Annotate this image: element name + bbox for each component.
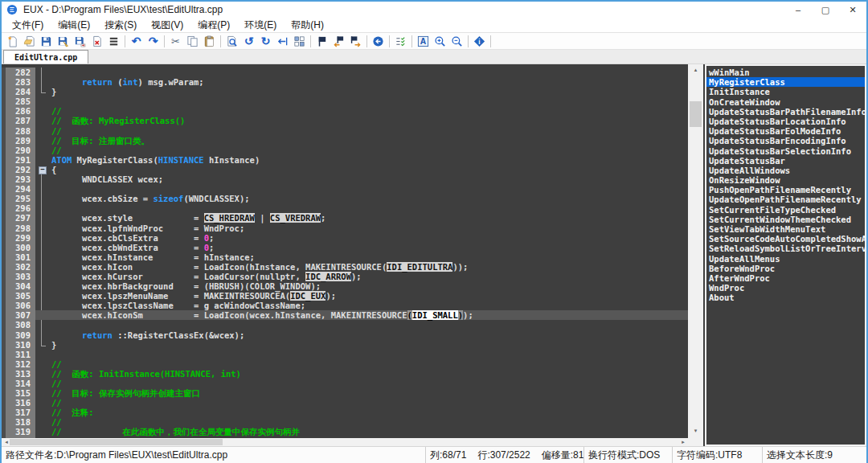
code-line[interactable]: 292{ [2, 165, 688, 174]
close-file-button[interactable] [88, 33, 105, 49]
zoom-out-button[interactable] [448, 33, 465, 49]
code-line[interactable]: 304 wcex.hbrBackground = (HBRUSH)(COLOR_… [2, 281, 688, 291]
code-line[interactable]: 286// [2, 106, 688, 116]
zoom-in-button[interactable] [432, 33, 448, 49]
code-line[interactable]: 311 [2, 350, 688, 359]
horizontal-scroll-thumb[interactable] [10, 439, 223, 445]
file-list-button[interactable] [105, 33, 122, 49]
function-list-item[interactable]: OnCreateWindow [706, 97, 865, 107]
function-list-item[interactable]: PushOpenPathFilenameRecently [706, 185, 865, 195]
menu-environment[interactable]: 环境(E) [237, 18, 284, 32]
code-line[interactable]: 319// 在此函数中，我们在全局变量中保存实例句柄并 [2, 427, 688, 436]
cut-button[interactable]: ✂ [167, 33, 184, 49]
menu-help[interactable]: 帮助(H) [284, 18, 331, 32]
code-line[interactable]: 294 [2, 184, 688, 194]
save-all-button[interactable] [72, 33, 88, 49]
function-list-item[interactable]: About [706, 293, 865, 302]
code-line[interactable]: 287// 函数: MyRegisterClass() [2, 116, 688, 125]
function-list-item[interactable]: UpdateAllMenus [706, 254, 865, 264]
replace-button[interactable] [291, 33, 308, 49]
code-line[interactable]: 289// 目标: 注册窗口类。 [2, 136, 688, 145]
code-line[interactable]: 285 [2, 96, 688, 106]
code-line[interactable]: 302 wcex.hIcon = LoadIcon(hInstance, MAK… [2, 262, 688, 272]
code-line[interactable]: 293 WNDCLASSEX wcex; [2, 174, 688, 184]
code-line[interactable]: 297 wcex.style = CS_HREDRAW | CS_VREDRAW… [2, 213, 688, 223]
view-line-endings-button[interactable] [392, 33, 409, 49]
syntax-highlighting-button[interactable]: A [415, 33, 432, 49]
function-list-item[interactable]: InitInstance [706, 87, 865, 96]
function-list-item[interactable]: SetCurrentFileTypeChecked [706, 205, 865, 215]
paste-button[interactable] [201, 33, 218, 49]
scroll-up-arrow[interactable]: ▴ [688, 64, 703, 76]
code-line[interactable]: 290// [2, 145, 688, 155]
bookmark-next-button[interactable] [347, 33, 364, 49]
code-line[interactable]: 306 wcex.lpszClassName = g_acWindowClass… [2, 301, 688, 310]
code-line[interactable]: 303 wcex.hCursor = LoadCursor(nullptr, I… [2, 272, 688, 281]
code-line[interactable]: 282 [2, 68, 688, 77]
new-file-button[interactable] [4, 33, 21, 49]
fold-marker[interactable] [35, 165, 48, 174]
code-line[interactable]: 309 return ::RegisterClassEx(&wcex); [2, 330, 688, 340]
code-line[interactable]: 301 wcex.hInstance = hInstance; [2, 252, 688, 262]
menu-view[interactable]: 视图(V) [144, 18, 190, 32]
redo-button[interactable]: ↷ [145, 33, 162, 49]
go-to-line-button[interactable] [274, 33, 291, 49]
code-line[interactable]: 305 wcex.lpszMenuName = MAKEINTRESOURCEA… [2, 291, 688, 301]
function-list-item[interactable]: SetViewTabWidthMenuText [706, 224, 865, 234]
find-next-button[interactable]: ↻ [257, 33, 274, 49]
function-list-item[interactable]: UpdateStatusBarSelectionInfo [706, 146, 865, 156]
save-button[interactable] [38, 33, 55, 49]
navigate-back-button[interactable] [370, 33, 387, 49]
copy-button[interactable] [184, 33, 201, 49]
maximize-button[interactable]: ▢ [812, 2, 839, 18]
function-list-item[interactable]: UpdateStatusBarLocationInfo [706, 117, 865, 126]
menu-edit[interactable]: 编辑(E) [51, 18, 97, 32]
function-list-item[interactable]: UpdateStatusBarPathFilenameInfo [706, 107, 865, 117]
editor-vertical-scrollbar[interactable]: ▴ ▾ [688, 64, 703, 446]
code-line[interactable]: 313// 函数: InitInstance(HINSTANCE, int) [2, 369, 688, 379]
code-line[interactable]: 298 wcex.lpfnWndProc = WndProc; [2, 223, 688, 233]
function-list-item[interactable]: UpdateAllWindows [706, 166, 865, 175]
find-button[interactable] [223, 33, 240, 49]
code-line[interactable]: 284} [2, 87, 688, 96]
function-list-item[interactable]: UpdateStatusBarEolModeInfo [706, 126, 865, 136]
menu-program[interactable]: 编程(P) [190, 18, 237, 32]
find-previous-button[interactable]: ↺ [240, 33, 257, 49]
function-list-item[interactable]: WndProc [706, 283, 865, 293]
save-as-button[interactable] [55, 33, 72, 49]
code-line[interactable]: 288// [2, 126, 688, 136]
menu-search[interactable]: 搜索(S) [97, 18, 144, 32]
bookmark-previous-button[interactable] [330, 33, 347, 49]
minimize-button[interactable]: – [784, 2, 812, 18]
function-list-item[interactable]: wWinMain [706, 68, 865, 77]
scroll-down-arrow[interactable]: ▾ [688, 425, 703, 436]
function-list-item[interactable]: AfterWndProc [706, 273, 865, 283]
function-list-item[interactable]: MyRegisterClass [706, 77, 865, 87]
code-line[interactable]: 307 wcex.hIconSm = LoadIcon(wcex.hInstan… [2, 310, 688, 320]
function-list-item[interactable]: SetSourceCodeAutoCompletedShowAf [706, 234, 865, 244]
scroll-right-arrow[interactable]: ▸ [678, 438, 688, 446]
function-list-item[interactable]: UpdateStatusBar [706, 156, 865, 166]
code-line[interactable]: 295 wcex.cbSize = sizeof(WNDCLASSEX); [2, 194, 688, 203]
code-line[interactable]: 318// [2, 417, 688, 427]
code-line[interactable]: 283 return (int) msg.wParam; [2, 77, 688, 87]
code-line[interactable]: 296 [2, 203, 688, 213]
code-area[interactable]: 282283 return (int) msg.wParam;284}28528… [2, 64, 688, 438]
function-list-item[interactable]: OnResizeWindow [706, 175, 865, 185]
code-line[interactable]: 314// [2, 379, 688, 388]
editor-horizontal-scrollbar[interactable]: ◂ ▸ [2, 438, 688, 446]
code-line[interactable]: 316// [2, 398, 688, 408]
code-line[interactable]: 300 wcex.cbWndExtra = 0; [2, 243, 688, 252]
code-line[interactable]: 315// 目标: 保存实例句柄并创建主窗口 [2, 388, 688, 398]
code-line[interactable]: 308 [2, 320, 688, 330]
code-line[interactable]: 291ATOM MyRegisterClass(HINSTANCE hInsta… [2, 155, 688, 165]
undo-button[interactable]: ↶ [128, 33, 145, 49]
open-file-button[interactable] [21, 33, 38, 49]
close-button[interactable]: ✕ [839, 2, 866, 18]
about-button[interactable]: i [471, 33, 488, 49]
code-line[interactable]: 317// 注释: [2, 408, 688, 417]
function-list-item[interactable]: BeforeWndProc [706, 264, 865, 273]
bookmark-toggle-button[interactable] [313, 33, 330, 49]
function-list-item[interactable]: UpdateOpenPathFilenameRecently [706, 195, 865, 204]
code-line[interactable]: 310} [2, 340, 688, 350]
